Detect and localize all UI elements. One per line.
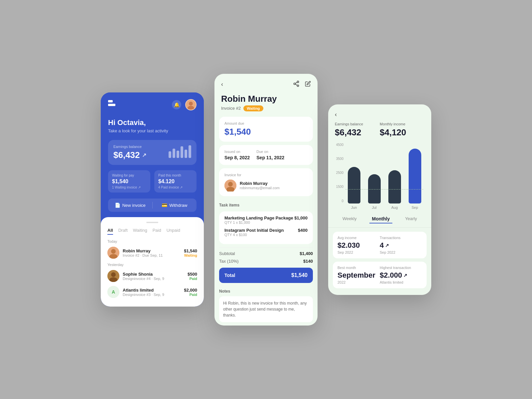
- back-button-3[interactable]: ‹: [335, 111, 425, 118]
- tax-value: $140: [303, 259, 313, 264]
- earnings-stat: Earnings balance $6,432: [335, 122, 380, 138]
- bar-sep-label: Sep: [412, 205, 418, 209]
- yesterday-label: Yesterday: [107, 263, 197, 267]
- mini-bar-chart: [169, 145, 191, 158]
- edit-icon[interactable]: [305, 81, 311, 88]
- robin-info: Robin Murray Invoice #2 · Due Sep, 11: [123, 248, 181, 257]
- invoice-badge-row: Invoice #2 Waiting: [214, 105, 318, 117]
- topbar-icons: [293, 80, 311, 88]
- new-invoice-button[interactable]: 📄 New invoice: [108, 199, 152, 212]
- svg-text:A: A: [112, 289, 115, 295]
- bar-sep-rect: [409, 149, 421, 203]
- best-month-stat: Best month September 2022: [337, 266, 380, 284]
- tab-paid[interactable]: Paid: [153, 228, 161, 235]
- action-bar: 📄 New invoice 💳 Withdraw: [108, 199, 197, 212]
- tab-yearly[interactable]: Yearly: [402, 215, 420, 223]
- paid-sub: 4 Paid invoice ↗: [158, 186, 193, 189]
- person-details: Robin Murray robinmurray@email.com: [240, 181, 280, 190]
- y-label-1500: 1500: [336, 185, 343, 189]
- total-row: Total $1,540: [219, 268, 313, 283]
- bar-aug: Aug: [386, 170, 403, 209]
- avg-income-row: Avg income $2.030 Sep 2022 Transactions …: [333, 232, 427, 258]
- task-1-qty: QTY 1 x $1,000: [224, 220, 293, 224]
- notes-text: Hi Robin, this is new invoice for this m…: [219, 296, 313, 322]
- issued-label: Issued on: [224, 150, 250, 154]
- list-item[interactable]: A Atlantis limited Designinvoice #3 · Se…: [107, 286, 197, 298]
- atlantis-amount-col: $2,000 Paid: [184, 288, 197, 297]
- total-label: Total: [224, 273, 235, 278]
- user-avatar[interactable]: [185, 99, 197, 110]
- due-value: Sep 11, 2022: [256, 155, 284, 160]
- svg-point-13: [297, 85, 299, 86]
- task-section: Task items: [214, 200, 318, 211]
- c3-earnings-label: Earnings balance: [335, 122, 380, 126]
- invoice-detail-card: ‹ Robin Murray Invoice #2 Waiting Amount…: [214, 74, 318, 326]
- bar-jul: Jul: [366, 174, 383, 209]
- bar-jul-label: Jul: [372, 205, 376, 209]
- task-2-qty: QTY 4 x $100: [224, 233, 284, 237]
- notes-label: Notes: [219, 289, 313, 294]
- monthly-stat: Monthly income $4,120: [380, 122, 425, 138]
- bar-sep: Sep: [406, 149, 423, 209]
- list-item[interactable]: Sophie Shonia Designinvoice #4 · Sep, 9 …: [107, 270, 197, 282]
- paid-label: Paid this month: [158, 174, 193, 177]
- period-tabs: Weekly Monthly Yearly: [328, 212, 431, 228]
- best-month-label: Best month: [337, 266, 380, 270]
- tab-unpaid[interactable]: Unpaid: [167, 228, 180, 235]
- atlantis-amount: $2,000: [184, 288, 197, 293]
- back-button[interactable]: ‹: [221, 81, 223, 88]
- sophie-amount: $500: [188, 272, 197, 277]
- svg-line-14: [295, 84, 297, 85]
- invoice-for-card: Invoice for Robin Murray robinmurray@ema…: [219, 168, 313, 196]
- invoice-icon: 📄: [115, 202, 120, 208]
- withdraw-button[interactable]: 💳 Withdraw: [153, 199, 197, 212]
- bar-aug-rect: [388, 170, 401, 203]
- transactions-value: 4 ↗: [380, 241, 422, 250]
- bar-3: [177, 151, 179, 158]
- robin-avatar: [107, 247, 119, 259]
- tab-monthly[interactable]: Monthly: [369, 215, 393, 223]
- person-email: robinmurray@email.com: [240, 186, 280, 190]
- y-label-3500: 3500: [336, 157, 343, 161]
- svg-line-15: [295, 82, 297, 83]
- greeting-text: Hi Octavia,: [108, 118, 197, 127]
- status-badge: Waiting: [243, 105, 263, 111]
- list-item[interactable]: Robin Murray Invoice #2 · Due Sep, 11 $1…: [107, 247, 197, 259]
- bar-5: [185, 150, 187, 158]
- task-1-info: Marketing Landing Page Package QTY 1 x $…: [224, 215, 293, 224]
- amount-label: Amount due: [224, 121, 308, 125]
- notification-bell-icon[interactable]: 🔔: [172, 100, 181, 109]
- task-item-1: Marketing Landing Page Package QTY 1 x $…: [224, 215, 308, 224]
- best-month-value: September: [337, 271, 380, 280]
- sophie-status: Paid: [188, 277, 197, 281]
- tab-draft[interactable]: Draft: [118, 228, 128, 235]
- bar-jun: Jun: [345, 167, 362, 209]
- invoice-number: Invoice #2: [221, 106, 241, 111]
- bar-aug-label: Aug: [391, 205, 398, 209]
- paid-value: $4.120: [158, 179, 193, 185]
- robin-status: Waiting: [184, 253, 197, 257]
- task-1-amount: $1,000: [294, 215, 308, 224]
- amount-value: $1,540: [224, 127, 308, 137]
- bar-6: [189, 145, 191, 158]
- subtitle-text: Take a look for your last activity: [108, 128, 197, 133]
- tab-waiting[interactable]: Waiting: [133, 228, 147, 235]
- share-icon[interactable]: [293, 80, 300, 88]
- tab-weekly[interactable]: Weekly: [340, 215, 359, 223]
- dates-row: Issued on Sep 8, 2022 Due on Sep 11, 202…: [224, 150, 308, 160]
- c3-monthly-value: $4,120: [380, 127, 425, 138]
- atlantis-info: Atlantis limited Designinvoice #3 · Sep,…: [123, 288, 181, 297]
- bottom-analytics: Avg income $2.030 Sep 2022 Transactions …: [328, 228, 431, 288]
- bar-chart: 4500 3500 2500 1500 0 Jun Jul: [328, 143, 431, 212]
- sophie-info: Sophie Shonia Designinvoice #4 · Sep, 9: [123, 272, 184, 281]
- y-label-0: 0: [341, 199, 343, 203]
- earnings-arrow-icon: ↗: [142, 152, 146, 158]
- robin-amount: $1,540: [184, 248, 197, 253]
- dates-card: Issued on Sep 8, 2022 Due on Sep 11, 202…: [219, 145, 313, 165]
- earnings-label: Earnings balance: [113, 145, 146, 149]
- bars-container: Jun Jul Aug Sep: [345, 150, 423, 209]
- task-2-info: Instagram Post Initial Design QTY 4 x $1…: [224, 228, 284, 237]
- tab-all[interactable]: All: [107, 228, 113, 235]
- transactions-label: Transactions: [380, 236, 422, 240]
- person-avatar: [224, 180, 236, 192]
